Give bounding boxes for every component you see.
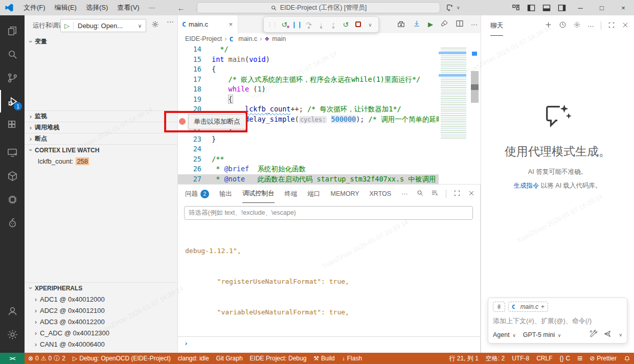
maximize-button[interactable]: □ <box>591 0 613 15</box>
section-xperipherals[interactable]: ›XPERIPHERALS <box>25 282 177 293</box>
tab-chat[interactable]: 聊天 <box>490 16 503 36</box>
console-prompt-input[interactable]: › <box>178 336 480 350</box>
add-context-icon[interactable]: + <box>541 303 545 310</box>
agent-mode-dropdown[interactable]: Agent ∨ <box>493 331 516 338</box>
peripheral-item[interactable]: ›CAN1 @ 0x40006400 <box>25 338 177 350</box>
send-options-caret-icon[interactable]: ∨ <box>619 332 622 337</box>
tab-output[interactable]: 输出 <box>219 185 232 203</box>
code-line[interactable]: 16{ <box>178 64 469 75</box>
eol-status[interactable]: CRLF <box>533 355 556 362</box>
run-file-icon[interactable]: ▶ <box>428 20 433 28</box>
minimap[interactable] <box>439 44 469 184</box>
debug-console-output[interactable]: debug-1.12.1", "registerUseNaturalFormat… <box>185 225 477 335</box>
menu-more[interactable]: ··· <box>144 0 160 15</box>
peripheral-item[interactable]: ›ADC1 @ 0x40012000 <box>25 293 177 305</box>
sidebar-more-icon[interactable]: ··· <box>167 17 174 26</box>
editor-more-icon[interactable]: ··· <box>471 20 478 28</box>
chat-input-box[interactable]: C main.c + 添加上下文(#)、扩展(@)、命令(/) Agent ∨ … <box>488 298 627 344</box>
clear-console-icon[interactable] <box>431 189 439 198</box>
account-icon[interactable] <box>0 300 25 322</box>
menu-file[interactable]: 文件(F) <box>19 0 50 15</box>
problems-status[interactable]: ⊗0 ⚠0 ⓘ2 <box>25 354 69 363</box>
code-line[interactable]: 17 /* 嵌入式系统的主循环，程序会永远在while(1)里面运行*/ <box>178 75 469 85</box>
close-window-button[interactable]: × <box>613 0 634 15</box>
command-center-search[interactable]: EIDE-Project (工作区) [管理员] <box>197 2 440 13</box>
debug-status[interactable]: ▷Debug: OpenOCD (EIDE-Project) <box>69 355 174 362</box>
tab-terminal[interactable]: 终端 <box>285 185 298 203</box>
tab-xrtos[interactable]: XRTOS <box>370 185 392 203</box>
stop-icon[interactable] <box>353 20 363 29</box>
attach-context-button[interactable] <box>493 302 505 312</box>
code-line[interactable]: 24 <box>178 144 469 154</box>
sidebar-item-remote-explorer[interactable] <box>0 141 25 164</box>
chevron-down-icon[interactable]: ∨ <box>365 22 375 28</box>
search-icon[interactable] <box>416 189 424 198</box>
customize-layout-icon[interactable] <box>508 0 524 15</box>
section-cortex-live-watch[interactable]: ›CORTEX LIVE WATCH <box>25 144 177 155</box>
copilot-button[interactable]: ∨ <box>446 2 460 14</box>
toggle-secondary-sidebar-icon[interactable] <box>554 0 570 15</box>
breakpoint-dot-icon[interactable] <box>179 118 186 125</box>
code-line[interactable]: 18 while (1) <box>178 84 469 95</box>
close-tab-icon[interactable]: × <box>228 20 234 28</box>
build-button[interactable]: ⚒Build <box>310 355 338 362</box>
generate-instructions-link[interactable]: 生成指令 <box>513 182 539 189</box>
section-variables[interactable]: ›变量 <box>25 36 177 47</box>
code-line[interactable]: 15int main(void) <box>178 55 469 65</box>
tab-memory[interactable]: MEMORY <box>331 185 359 203</box>
code-line[interactable]: 14 */ <box>178 44 469 55</box>
peripheral-item[interactable]: ›C_ADC @ 0x40012300 <box>25 327 177 338</box>
sidebar-item-berry[interactable] <box>0 212 25 234</box>
section-watch[interactable]: ›监视 <box>25 110 177 122</box>
start-debug-icon[interactable]: ▷ <box>61 22 74 30</box>
notifications-bell-icon[interactable] <box>620 355 634 362</box>
toggle-sidebar-icon[interactable] <box>524 0 539 15</box>
sidebar-item-peripherals[interactable] <box>0 165 25 187</box>
code-line-current[interactable]: 27 * @note 此函数在启动代码 startup_stm32f407xx.… <box>178 174 469 185</box>
encoding-status[interactable]: UTF-8 <box>508 355 533 362</box>
menu-selection[interactable]: 选择(S) <box>81 0 112 15</box>
drag-handle-icon[interactable]: ⋮⋮ <box>267 21 277 28</box>
prettier-status[interactable]: ⊘Prettier <box>586 355 620 362</box>
toggle-panel-icon[interactable] <box>539 0 554 15</box>
clean-brush-icon[interactable] <box>440 19 448 29</box>
sidebar-item-explorer[interactable] <box>0 19 25 42</box>
close-chat-icon[interactable] <box>622 21 629 30</box>
tab-ports[interactable]: 端口 <box>308 185 321 203</box>
live-watch-variable[interactable]: lckfb_count: 258 <box>25 155 177 167</box>
section-call-stack[interactable]: ›调用堆栈 <box>25 122 177 133</box>
expand-chat-icon[interactable] <box>608 21 615 30</box>
debug-config-dropdown[interactable]: ▷ Debug: Open... ∨ <box>60 19 146 32</box>
nav-back-icon[interactable]: ← <box>177 4 185 12</box>
maximize-panel-icon[interactable] <box>454 190 461 198</box>
model-picker-dropdown[interactable]: GPT-5 mini ∨ <box>523 331 561 338</box>
pause-icon[interactable]: ❘❘ <box>291 21 302 28</box>
tab-problems[interactable]: 问题2 <box>185 185 209 203</box>
eide-project-status[interactable]: EIDE Project: Debug <box>246 355 310 362</box>
remote-indicator[interactable]: >< <box>0 353 25 364</box>
chat-more-icon[interactable]: ··· <box>587 22 594 30</box>
editor-scrollbar[interactable] <box>469 44 481 184</box>
menu-edit[interactable]: 编辑(E) <box>50 0 81 15</box>
git-graph-button[interactable]: Git Graph <box>213 355 246 362</box>
tab-debug-console[interactable]: 调试控制台 <box>242 185 275 203</box>
split-editor-icon[interactable] <box>456 19 464 29</box>
close-panel-icon[interactable] <box>468 190 475 198</box>
flash-button[interactable]: ↓Flash <box>338 355 366 362</box>
chat-text-input[interactable]: 添加上下文(#)、扩展(@)、命令(/) <box>493 316 622 326</box>
cursor-position[interactable]: 行 21, 列 1 <box>445 354 482 363</box>
new-chat-icon[interactable] <box>545 21 552 30</box>
settings-gear-icon[interactable] <box>0 323 25 346</box>
sidebar-item-source-control[interactable] <box>0 66 25 89</box>
continue-icon[interactable]: ↺ <box>279 20 289 29</box>
step-out-icon[interactable]: ↑ <box>328 20 338 29</box>
section-breakpoints[interactable]: ›断点 <box>25 133 177 144</box>
step-over-icon[interactable]: ↷ <box>304 20 314 29</box>
chat-history-icon[interactable] <box>559 21 567 30</box>
debug-settings-gear-icon[interactable] <box>151 20 159 30</box>
restart-icon[interactable]: ↺ <box>341 20 351 29</box>
language-mode[interactable]: {}C <box>556 355 574 362</box>
peripheral-item[interactable]: ›ADC2 @ 0x40012100 <box>25 305 177 316</box>
peripheral-item[interactable]: ›ADC3 @ 0x40012200 <box>25 316 177 327</box>
clangd-status[interactable]: clangd: idle <box>174 355 213 362</box>
